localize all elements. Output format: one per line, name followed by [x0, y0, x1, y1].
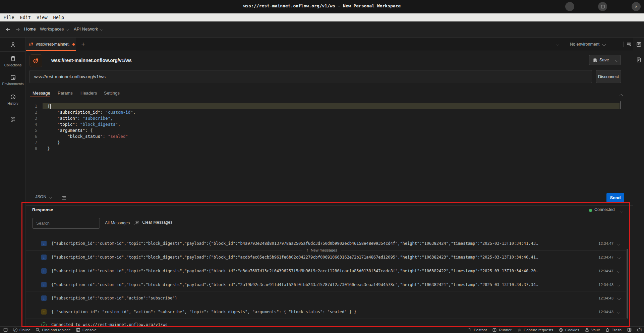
editor-line[interactable]: 4 "topic": "block_digests", [26, 121, 620, 127]
postbot-button[interactable]: Postbot [467, 328, 487, 332]
save-button[interactable]: Save [589, 55, 613, 65]
nav-workspaces[interactable]: Workspaces [40, 26, 69, 32]
save-dropdown[interactable] [613, 55, 621, 65]
forward-arrow-icon[interactable] [15, 27, 20, 32]
websocket-request-badge [30, 54, 42, 67]
connection-status[interactable]: Connected [594, 207, 614, 212]
tab-params[interactable]: Params [58, 91, 73, 96]
editor-line[interactable]: 3 "action": "subscribe", [26, 115, 620, 121]
request-tab[interactable]: wss://rest-mainnet.onflc [26, 38, 76, 51]
sidebar-item-environments[interactable]: Environments [0, 74, 26, 86]
response-scrollbar[interactable] [627, 249, 628, 319]
nav-home[interactable]: Home [24, 26, 36, 32]
documentation-icon[interactable] [636, 57, 642, 63]
message-row[interactable]: ↓{"subscription_id":"custom-id","topic":… [26, 278, 626, 291]
tab-message[interactable]: Message [33, 91, 50, 96]
connection-chevron[interactable] [620, 209, 623, 214]
top-navigation-bar: Home Workspaces API Network Invite Upgra… [0, 21, 644, 38]
message-row[interactable]: ↓{"subscription_id":"custom-id","topic":… [26, 264, 626, 278]
message-row[interactable]: ✓Connected to wss://rest-mainnet.onflow.… [26, 319, 626, 326]
find-and-replace[interactable]: Find and replace [36, 328, 71, 332]
response-search-input[interactable] [32, 218, 100, 229]
new-messages-indicator[interactable]: ↑ New messages [302, 247, 341, 253]
minimize-button[interactable]: – [565, 2, 574, 11]
websocket-url-input[interactable] [29, 70, 592, 83]
beautify-icon[interactable] [61, 195, 67, 201]
online-status[interactable]: ✓Online [13, 328, 31, 332]
editor-line[interactable]: 7 } [26, 140, 620, 146]
runner-button[interactable]: Runner [492, 328, 512, 332]
menu-file[interactable]: File [3, 15, 14, 20]
code-text: "topic": "block_digests", [43, 121, 620, 127]
sidebar-configure-icon[interactable] [0, 117, 26, 122]
line-number: 7 [26, 140, 43, 146]
trash-button[interactable]: Trash [605, 328, 622, 332]
back-arrow-icon[interactable] [5, 27, 11, 32]
chevron-down-icon [615, 58, 619, 62]
nav-api-network[interactable]: API Network [74, 26, 103, 32]
vault-button[interactable]: Vault [585, 328, 600, 332]
line-number: 6 [26, 133, 43, 140]
expand-message-chevron[interactable] [618, 282, 620, 287]
chevron-down-icon [602, 42, 606, 46]
tab-overflow-chevron[interactable] [556, 38, 559, 51]
code-text: "action": "subscribe", [43, 115, 620, 121]
divider [623, 42, 624, 47]
websocket-icon [29, 42, 34, 47]
message-editor[interactable]: 1{2 "subscription_id": "custom-id",3 "ac… [26, 103, 620, 152]
message-type-select[interactable]: JSON [35, 195, 52, 199]
editor-line[interactable]: 6 "block_status": "sealed" [26, 133, 620, 140]
code-text: } [43, 140, 620, 146]
help-icon[interactable]: ? [637, 328, 642, 332]
sidebar-item-profile[interactable] [0, 42, 26, 48]
line-number: 3 [26, 115, 43, 121]
editor-scrollbar[interactable] [620, 101, 621, 109]
menu-view[interactable]: View [37, 15, 48, 20]
tab-settings[interactable]: Settings [104, 91, 120, 96]
clear-messages-button[interactable]: Clear Messages [135, 220, 172, 225]
code-text: "arguments": { [43, 127, 620, 133]
close-button[interactable]: × [632, 2, 641, 11]
new-tab-button[interactable]: + [79, 40, 87, 49]
editor-line[interactable]: 8} [26, 146, 620, 152]
editor-line[interactable]: 2 "subscription_id": "custom-id", [26, 109, 620, 115]
code-text: "block_status": "sealed" [43, 133, 620, 140]
expand-message-chevron[interactable] [618, 296, 620, 301]
collapse-editor-chevron[interactable] [620, 93, 623, 98]
environment-quicklook-icon[interactable] [636, 42, 642, 47]
environment-selector[interactable]: No environment [570, 38, 605, 51]
message-text: {"subscription_id":"custom-id","topic":"… [51, 282, 591, 287]
expand-message-chevron[interactable] [618, 255, 620, 260]
send-button[interactable]: Send [606, 193, 624, 203]
message-row[interactable]: ↓{"subscription_id":"custom-id","action"… [26, 291, 626, 305]
line-number: 2 [26, 109, 43, 115]
expand-message-chevron[interactable] [618, 241, 620, 246]
menu-help[interactable]: Help [53, 15, 64, 20]
unsaved-changes-dot [72, 43, 75, 46]
chevron-down-icon [617, 256, 621, 259]
cookies-button[interactable]: Cookies [559, 328, 579, 332]
sidebar-item-collections[interactable]: Collections [0, 56, 26, 67]
restore-button[interactable] [598, 2, 607, 11]
environment-eye-icon[interactable] [626, 38, 632, 51]
message-row[interactable]: ↑{ "subscription_id": "custom-id", "acti… [26, 305, 626, 319]
console-button[interactable]: Console [76, 328, 97, 332]
received-arrow-icon: ↓ [41, 255, 47, 260]
expand-message-chevron[interactable] [618, 268, 620, 273]
chevron-down-icon [100, 27, 104, 31]
menu-edit[interactable]: Edit [20, 15, 31, 20]
workbench: wss://rest-mainnet.onflc + No environmen… [26, 38, 633, 326]
trash-icon [605, 328, 610, 332]
sidebar-label: Environments [0, 82, 26, 86]
expand-message-chevron[interactable] [618, 309, 620, 314]
check-circle-icon: ✓ [13, 328, 17, 332]
sidebar-item-history[interactable]: History [0, 94, 26, 105]
disconnect-button[interactable]: Disconnect [596, 70, 621, 83]
toggle-sidebar-icon[interactable] [3, 327, 8, 332]
editor-line[interactable]: 5 "arguments": { [26, 127, 620, 133]
capture-requests-button[interactable]: Capture requests [517, 328, 553, 332]
message-filter-dropdown[interactable]: All Messages [105, 221, 135, 225]
tab-headers[interactable]: Headers [80, 91, 97, 96]
two-pane-view-icon[interactable] [627, 327, 632, 332]
editor-line[interactable]: 1{ [26, 103, 620, 109]
